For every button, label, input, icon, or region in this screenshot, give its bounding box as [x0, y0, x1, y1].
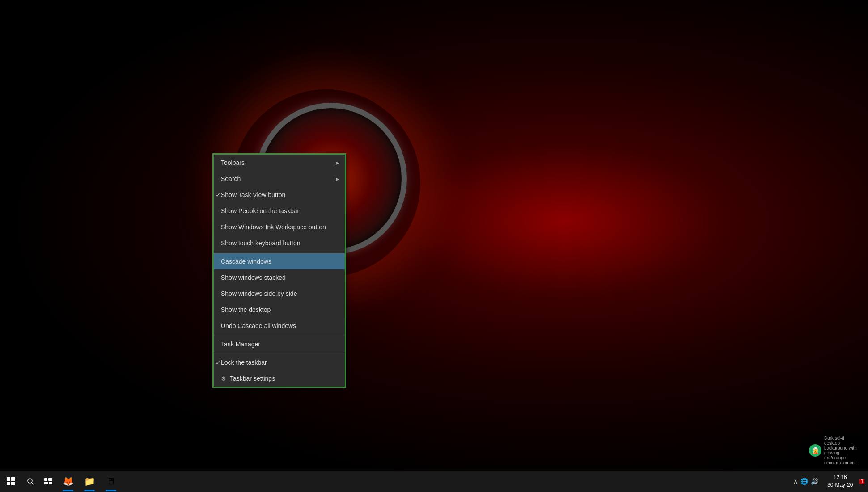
- menu-item-label: Show Task View button: [221, 191, 285, 198]
- tray-icons: ∧ 🌐 🔊: [790, 478, 822, 485]
- taskbar: 🦊 📁 🖥 ∧ 🌐 🔊 12:16 30-May-20 3: [0, 471, 868, 492]
- context-menu: ToolbarsSearchShow Task View buttonShow …: [213, 154, 345, 387]
- menu-item-show-side[interactable]: Show windows side by side: [214, 286, 345, 302]
- menu-item-show-people[interactable]: Show People on the taskbar: [214, 203, 345, 219]
- menu-item-show-touch[interactable]: Show touch keyboard button: [214, 235, 345, 251]
- menu-item-label: Toolbars: [221, 159, 245, 166]
- menu-item-label: Show touch keyboard button: [221, 240, 300, 247]
- system-tray: ∧ 🌐 🔊 12:16 30-May-20 3: [790, 471, 868, 492]
- svg-rect-2: [7, 482, 10, 485]
- desktop-background: [0, 0, 868, 492]
- menu-item-cascade[interactable]: Cascade windows: [214, 253, 345, 269]
- menu-item-show-ink[interactable]: Show Windows Ink Workspace button: [214, 219, 345, 235]
- menu-item-search[interactable]: Search: [214, 171, 345, 187]
- svg-rect-3: [11, 482, 15, 485]
- menu-item-undo-cascade[interactable]: Undo Cascade all windows: [214, 318, 345, 334]
- svg-rect-7: [48, 478, 52, 481]
- menu-item-lock-taskbar[interactable]: Lock the taskbar: [214, 354, 345, 370]
- task-view-button[interactable]: [39, 471, 57, 492]
- brand-text: Dark sci-fi desktop background with glow…: [824, 436, 860, 465]
- svg-rect-9: [49, 482, 52, 484]
- menu-item-label: Taskbar settings: [230, 375, 275, 382]
- gear-icon: ⚙: [221, 375, 226, 382]
- svg-rect-6: [44, 478, 47, 481]
- svg-point-4: [28, 479, 32, 483]
- search-button[interactable]: [21, 471, 39, 492]
- menu-item-label: Show the desktop: [221, 306, 271, 313]
- menu-item-label: Undo Cascade all windows: [221, 322, 296, 329]
- menu-divider: [214, 353, 345, 353]
- clock-date: 30-May-20: [827, 481, 853, 489]
- svg-rect-8: [44, 482, 48, 484]
- system-clock[interactable]: 12:16 30-May-20: [824, 474, 856, 489]
- tray-network-icon[interactable]: 🌐: [800, 478, 808, 485]
- taskbar-apps: 🦊 📁 🖥: [57, 471, 122, 492]
- watermark: 🧝 Dark sci-fi desktop background with gl…: [805, 434, 864, 467]
- menu-item-show-desktop[interactable]: Show the desktop: [214, 302, 345, 318]
- menu-item-show-task-view[interactable]: Show Task View button: [214, 187, 345, 203]
- menu-item-show-stacked[interactable]: Show windows stacked: [214, 269, 345, 286]
- notification-badge[interactable]: 3: [859, 479, 864, 484]
- menu-item-label: Show People on the taskbar: [221, 207, 299, 214]
- menu-item-taskbar-settings[interactable]: ⚙Taskbar settings: [214, 370, 345, 387]
- menu-item-task-manager[interactable]: Task Manager: [214, 336, 345, 352]
- svg-rect-0: [7, 477, 10, 481]
- menu-item-label: Search: [221, 175, 241, 182]
- menu-item-label: Task Manager: [221, 341, 260, 348]
- menu-divider: [214, 252, 345, 252]
- start-button[interactable]: [0, 471, 21, 492]
- menu-item-toolbars[interactable]: Toolbars: [214, 155, 345, 171]
- menu-item-label: Lock the taskbar: [221, 359, 267, 366]
- taskbar-app-firefox[interactable]: 🦊: [57, 471, 79, 492]
- svg-rect-1: [11, 477, 15, 481]
- menu-divider: [214, 335, 345, 335]
- tray-chevron[interactable]: ∧: [793, 478, 798, 485]
- taskbar-app-explorer[interactable]: 📁: [79, 471, 100, 492]
- clock-time: 12:16: [834, 474, 847, 481]
- taskbar-app-rdp[interactable]: 🖥: [100, 471, 122, 492]
- menu-item-label: Cascade windows: [221, 258, 271, 265]
- menu-item-label: Show windows side by side: [221, 290, 297, 297]
- menu-item-label: Show windows stacked: [221, 274, 286, 281]
- brand-icon: 🧝: [809, 444, 821, 457]
- svg-line-5: [32, 483, 34, 484]
- tray-sound-icon[interactable]: 🔊: [811, 478, 818, 485]
- menu-item-label: Show Windows Ink Workspace button: [221, 223, 326, 231]
